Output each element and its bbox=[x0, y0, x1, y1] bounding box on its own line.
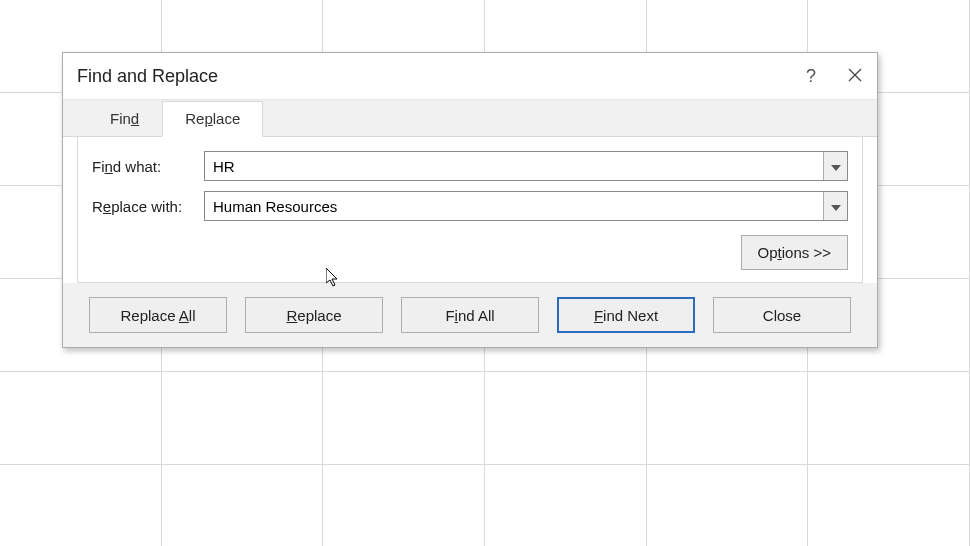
svg-marker-3 bbox=[831, 205, 841, 211]
close-dialog-button[interactable] bbox=[833, 53, 877, 99]
dialog-buttonbar: Replace All Replace Find All Find Next C… bbox=[63, 283, 877, 347]
find-what-combo bbox=[204, 151, 848, 181]
replace-with-dropdown[interactable] bbox=[823, 192, 847, 220]
find-replace-dialog: Find and Replace ? Find Replace Find wha… bbox=[62, 52, 878, 348]
replace-with-input[interactable] bbox=[205, 192, 823, 220]
find-what-input[interactable] bbox=[205, 152, 823, 180]
dialog-title: Find and Replace bbox=[77, 66, 789, 87]
find-what-row: Find what: bbox=[92, 151, 848, 181]
chevron-down-icon bbox=[831, 158, 841, 174]
find-all-button[interactable]: Find All bbox=[401, 297, 539, 333]
dialog-titlebar: Find and Replace ? bbox=[63, 53, 877, 99]
chevron-down-icon bbox=[831, 198, 841, 214]
tab-replace[interactable]: Replace bbox=[162, 101, 263, 137]
replace-with-row: Replace with: bbox=[92, 191, 848, 221]
close-icon bbox=[848, 66, 862, 87]
dialog-panel: Find what: Replace with: bbox=[77, 137, 863, 283]
replace-with-combo bbox=[204, 191, 848, 221]
replace-button[interactable]: Replace bbox=[245, 297, 383, 333]
options-button[interactable]: Options >> bbox=[741, 235, 848, 270]
replace-all-button[interactable]: Replace All bbox=[89, 297, 227, 333]
find-next-button[interactable]: Find Next bbox=[557, 297, 695, 333]
tab-strip: Find Replace bbox=[63, 99, 877, 137]
find-what-label: Find what: bbox=[92, 158, 196, 175]
help-icon: ? bbox=[806, 66, 816, 87]
tab-find[interactable]: Find bbox=[87, 101, 162, 136]
close-button[interactable]: Close bbox=[713, 297, 851, 333]
replace-with-label: Replace with: bbox=[92, 198, 196, 215]
svg-marker-2 bbox=[831, 165, 841, 171]
options-row: Options >> bbox=[92, 235, 848, 270]
find-what-dropdown[interactable] bbox=[823, 152, 847, 180]
help-button[interactable]: ? bbox=[789, 53, 833, 99]
